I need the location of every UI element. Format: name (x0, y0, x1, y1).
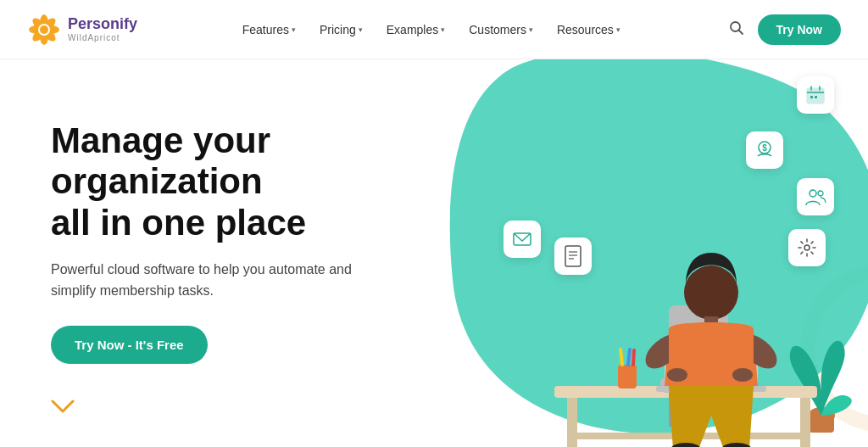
chevron-down-icon: ▾ (359, 25, 363, 34)
svg-point-34 (667, 368, 687, 382)
svg-rect-40 (810, 96, 813, 98)
svg-point-51 (804, 245, 810, 250)
invoice-float-icon (554, 237, 592, 275)
money-float-icon: $ (746, 131, 783, 169)
logo-text: Personify WildApricot (68, 16, 137, 42)
svg-line-12 (738, 30, 743, 34)
try-now-button[interactable]: Try Now (758, 14, 841, 45)
chevron-down-icon (51, 400, 75, 415)
hero-subtitle: Powerful cloud software to help you auto… (51, 259, 373, 302)
svg-rect-17 (800, 398, 810, 447)
hero-section: Manage your organization all in one plac… (0, 59, 868, 447)
nav-examples-label: Examples (387, 23, 438, 36)
hero-title-line1: Manage your organization (51, 120, 270, 201)
hero-title-line2: all in one place (51, 203, 306, 243)
logo-personify-label: Personify (68, 16, 137, 33)
svg-line-26 (633, 350, 634, 365)
nav-item-examples[interactable]: Examples ▾ (376, 16, 455, 43)
logo[interactable]: Personify WildApricot (27, 13, 137, 47)
svg-rect-41 (815, 96, 817, 98)
chevron-down-icon: ▾ (529, 25, 533, 34)
search-icon (729, 20, 744, 36)
calendar-float-icon (797, 76, 834, 114)
main-nav: Features ▾ Pricing ▾ Examples ▾ Customer… (232, 16, 631, 43)
nav-features-label: Features (242, 23, 289, 36)
svg-point-52 (810, 190, 816, 197)
nav-customers-label: Customers (469, 23, 526, 36)
svg-point-35 (732, 368, 753, 382)
svg-line-24 (620, 349, 622, 365)
hero-cta-button[interactable]: Try Now - It's Free (51, 326, 208, 364)
logo-wildapricot-label: WildApricot (68, 33, 137, 42)
scroll-down-arrow[interactable] (51, 398, 458, 420)
svg-rect-23 (618, 365, 637, 388)
nav-item-customers[interactable]: Customers ▾ (459, 16, 543, 43)
nav-item-features[interactable]: Features ▾ (232, 16, 306, 43)
top-navigation: Personify WildApricot Features ▾ Pricing… (0, 0, 868, 59)
svg-line-25 (628, 349, 630, 365)
chevron-down-icon: ▾ (292, 25, 296, 34)
hero-title: Manage your organization all in one plac… (51, 120, 458, 243)
settings-float-icon (788, 229, 826, 266)
hero-content: Manage your organization all in one plac… (51, 120, 458, 420)
nav-pricing-label: Pricing (320, 23, 356, 36)
nav-item-pricing[interactable]: Pricing ▾ (309, 16, 373, 43)
svg-point-10 (40, 25, 48, 34)
nav-item-resources[interactable]: Resources ▾ (547, 16, 631, 43)
svg-rect-16 (567, 398, 577, 447)
logo-icon (27, 13, 61, 47)
svg-point-53 (818, 191, 823, 196)
svg-text:$: $ (762, 143, 767, 153)
people-float-icon (797, 178, 834, 215)
email-float-icon (504, 221, 541, 258)
chevron-down-icon: ▾ (616, 25, 620, 34)
nav-right: Try Now (726, 14, 841, 45)
chevron-down-icon: ▾ (441, 25, 445, 34)
nav-resources-label: Resources (557, 23, 614, 36)
hero-illustration: $ (410, 59, 868, 447)
search-button[interactable] (726, 17, 748, 42)
svg-rect-47 (565, 246, 581, 266)
svg-point-32 (684, 265, 738, 320)
